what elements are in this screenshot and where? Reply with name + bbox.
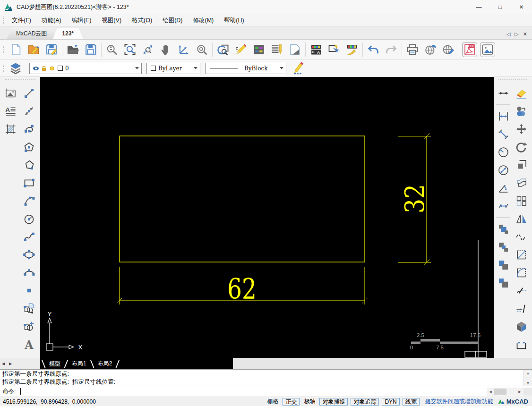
menu-edit[interactable]: 编辑(E) — [67, 15, 97, 26]
maximize-button[interactable]: □ — [489, 0, 511, 14]
layout-scroll-left-button[interactable]: ◀ — [0, 358, 7, 369]
chamfer-button[interactable] — [513, 246, 529, 262]
linear-dimension-button[interactable] — [495, 108, 511, 124]
document-tab-doc-123[interactable]: 123* — [52, 28, 83, 39]
extend-corner-button[interactable] — [513, 157, 529, 173]
polygon-button[interactable] — [21, 139, 37, 155]
scroll-down-icon[interactable]: ▼ — [524, 380, 532, 386]
save-button[interactable] — [43, 41, 60, 59]
ellipse-arc-button[interactable] — [21, 264, 37, 280]
open-drawing-button[interactable] — [25, 41, 43, 59]
web-edit-button[interactable] — [439, 41, 457, 59]
rectangle-entity[interactable] — [120, 136, 365, 262]
status-toggle-otrack[interactable]: 对象追踪 — [351, 398, 379, 406]
edit-spline-button[interactable] — [513, 228, 529, 245]
status-toggle-dyn[interactable]: DYN — [382, 398, 399, 406]
status-toggle-grid[interactable]: 栅格 — [267, 398, 278, 406]
format-painter-button[interactable] — [343, 41, 361, 59]
fillet-button[interactable] — [513, 264, 529, 280]
mirror-button[interactable] — [513, 211, 529, 227]
line-button[interactable] — [21, 85, 37, 101]
point-button[interactable] — [21, 282, 37, 298]
layout-tab-model[interactable]: 模型 — [45, 360, 65, 368]
open-folder-button[interactable] — [64, 41, 82, 59]
continue-dimension-button[interactable] — [495, 198, 511, 214]
linetype-manager-button[interactable] — [268, 41, 286, 59]
toolbar-grip[interactable] — [3, 65, 5, 72]
zoom-dynamic-button[interactable] — [103, 41, 121, 59]
zoom-window-button[interactable] — [121, 41, 139, 59]
view-previous-button[interactable] — [214, 41, 232, 59]
hatch-button[interactable] — [2, 121, 18, 137]
new-file-button[interactable] — [7, 41, 25, 59]
menu-view[interactable]: 视图(V) — [96, 15, 127, 26]
layer-select[interactable]: 0 — [29, 63, 142, 74]
print-button[interactable] — [403, 41, 421, 59]
construction-line-button[interactable] — [21, 103, 37, 119]
spline-button[interactable] — [21, 228, 37, 245]
command-history-scrollbar[interactable]: ▲ ▼ — [523, 370, 532, 386]
copy-button[interactable] — [513, 103, 529, 119]
annotate-button[interactable]: z — [232, 41, 250, 59]
circle-button[interactable] — [21, 211, 37, 227]
page-fill-button[interactable] — [286, 41, 304, 59]
height-dimension-text[interactable]: 32 — [399, 184, 430, 213]
zoom-center-button[interactable] — [193, 41, 211, 59]
drawing-frame-lines[interactable] — [465, 240, 487, 357]
web-publish-button[interactable] — [421, 41, 439, 59]
status-toggle-lineweight[interactable]: 线宽 — [403, 398, 420, 406]
command-input-scrollbar[interactable]: ◀ ▶ — [487, 388, 523, 396]
menu-modify[interactable]: 修改(M) — [188, 15, 219, 26]
layer-manager-button[interactable] — [7, 59, 25, 77]
scroll-up-icon[interactable]: ▲ — [524, 370, 532, 376]
horizontal-dimension-entity[interactable]: 62 — [117, 267, 368, 305]
scale-button[interactable] — [495, 221, 511, 237]
menu-draw[interactable]: 绘图(D) — [157, 15, 188, 26]
layout-tab-layout1[interactable]: 布局1 — [68, 360, 91, 368]
undo-button[interactable] — [364, 41, 382, 59]
toolbar-grip[interactable] — [3, 46, 5, 53]
scrollbar-thumb[interactable] — [494, 389, 506, 395]
copy-object-button[interactable] — [495, 239, 511, 255]
explode-button[interactable] — [513, 318, 529, 334]
command-input[interactable]: 命令: ◀ ▶ — [0, 386, 532, 397]
document-tab-mxcad-cloud[interactable]: MxCAD云图 — [7, 28, 56, 39]
diameter-dimension-button[interactable] — [495, 162, 511, 178]
aligned-dimension-button[interactable] — [495, 126, 511, 142]
status-toggle-polar[interactable]: 极轴 — [304, 398, 315, 406]
erase-button[interactable] — [513, 85, 529, 101]
extend-button[interactable] — [513, 300, 529, 316]
polyline-button[interactable] — [21, 121, 37, 137]
layout-scroll-right-button[interactable]: ▶ — [7, 358, 14, 369]
edit-polyline-button[interactable] — [513, 336, 529, 352]
closed-polyline-button[interactable] — [21, 157, 37, 173]
export-pdf-button[interactable]: PDF — [461, 41, 479, 59]
multiline-text-button[interactable]: A — [2, 103, 18, 119]
ellipse-button[interactable] — [21, 246, 37, 262]
save-as-button[interactable] — [82, 41, 100, 59]
layer-text-style-button[interactable]: A — [307, 41, 325, 59]
zoom-extents-button[interactable] — [139, 41, 157, 59]
tab-scroll-right-button[interactable]: ▷ — [515, 32, 518, 37]
create-block-button[interactable] — [21, 318, 37, 334]
quick-dimension-button[interactable] — [495, 85, 511, 101]
rectangle-button[interactable] — [21, 175, 37, 191]
scroll-left-icon[interactable]: ◀ — [487, 388, 494, 396]
break-button[interactable] — [513, 282, 529, 298]
radius-dimension-button[interactable] — [495, 144, 511, 160]
arc-button[interactable] — [21, 193, 37, 209]
move-object-button[interactable] — [495, 275, 511, 291]
stretch-button[interactable] — [495, 257, 511, 273]
menu-file[interactable]: 文件(F) — [7, 15, 36, 26]
rotate-button[interactable] — [513, 139, 529, 155]
pan-button[interactable] — [157, 41, 175, 59]
status-toggle-osnap[interactable]: 对象捕捉 — [319, 398, 348, 406]
tab-scroll-left-button[interactable]: ◁ — [506, 32, 510, 37]
drawing-canvas[interactable]: 62 32 — [40, 77, 494, 358]
width-dimension-text[interactable]: 62 — [227, 272, 257, 305]
tab-close-button[interactable]: ✕ — [523, 32, 527, 37]
offset-button[interactable] — [513, 175, 529, 191]
export-image-button[interactable] — [479, 41, 497, 59]
feedback-link[interactable]: 提交软件问题或增加新功能 — [425, 398, 493, 406]
toolbar-grip[interactable] — [3, 17, 5, 24]
